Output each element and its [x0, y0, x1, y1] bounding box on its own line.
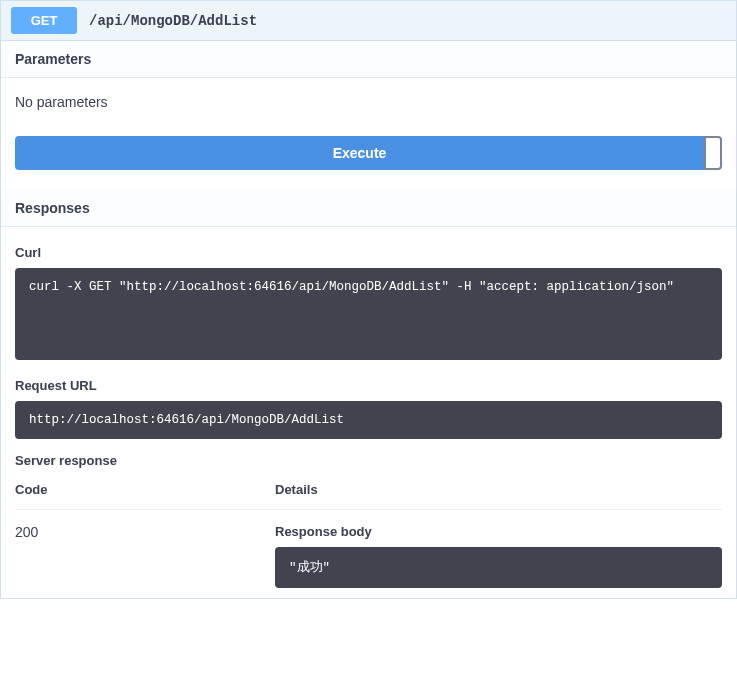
- curl-command[interactable]: curl -X GET "http://localhost:64616/api/…: [15, 268, 722, 360]
- server-response-table: Code Details 200 Response body "成功": [15, 476, 722, 588]
- server-response-heading: Server response: [15, 453, 722, 468]
- execute-button[interactable]: Execute: [15, 136, 704, 170]
- column-details: Details: [275, 482, 722, 497]
- responses-heading: Responses: [1, 190, 736, 227]
- opblock-body: Parameters No parameters Execute Respons…: [1, 40, 736, 598]
- no-parameters-text: No parameters: [15, 94, 722, 110]
- opblock: GET /api/MongoDB/AddList Parameters No p…: [0, 0, 737, 599]
- method-badge: GET: [11, 7, 77, 34]
- responses-section: Curl curl -X GET "http://localhost:64616…: [1, 227, 736, 598]
- parameters-section: No parameters Execute: [1, 78, 736, 190]
- endpoint-path: /api/MongoDB/AddList: [89, 13, 257, 29]
- table-header: Code Details: [15, 476, 722, 510]
- opblock-summary[interactable]: GET /api/MongoDB/AddList: [1, 1, 736, 40]
- request-url-value[interactable]: http://localhost:64616/api/MongoDB/AddLi…: [15, 401, 722, 439]
- table-row: 200 Response body "成功": [15, 510, 722, 588]
- parameters-heading: Parameters: [1, 41, 736, 78]
- response-body-value[interactable]: "成功": [275, 547, 722, 588]
- column-code: Code: [15, 482, 275, 497]
- clear-button[interactable]: [704, 136, 722, 170]
- curl-heading: Curl: [15, 245, 722, 260]
- status-code: 200: [15, 524, 275, 588]
- response-body-label: Response body: [275, 524, 722, 539]
- request-url-heading: Request URL: [15, 378, 722, 393]
